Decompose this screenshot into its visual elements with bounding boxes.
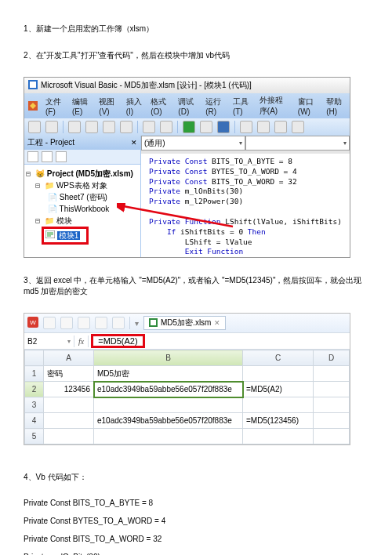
menu-help[interactable]: 帮助(H) (326, 95, 346, 117)
col-header-a[interactable]: A (44, 350, 94, 366)
col-header-d[interactable]: D (314, 350, 350, 366)
tb-icon[interactable] (28, 121, 41, 133)
vb-sys-icon[interactable] (28, 95, 38, 117)
table-row: 3 (25, 397, 350, 413)
tree-btn[interactable] (56, 151, 67, 162)
pane-close-icon[interactable]: ✕ (131, 139, 137, 147)
dropdown-icon[interactable]: ▾ (135, 319, 139, 328)
svg-line-7 (123, 206, 233, 227)
tb-icon[interactable] (45, 121, 58, 133)
tree-sheet[interactable]: Sheet7 (密码) (60, 193, 107, 201)
step-2-text: 2、在"开发工具"打开"查看代码"，然后在模块中增加 vb代码 (24, 50, 368, 61)
tb-stop-icon[interactable] (217, 121, 230, 133)
tree-btn[interactable] (42, 151, 53, 162)
tb-icon[interactable] (120, 121, 132, 133)
table-row: 1 密码 MD5加密 (25, 366, 350, 382)
tb-icon[interactable] (240, 121, 252, 133)
tb-icon[interactable] (43, 317, 56, 329)
table-row: 5 (25, 429, 350, 444)
step-3-text: 3、返回 excel 中，在单元格输入 "=MD5(A2)"，或者输入 "=MD… (24, 275, 368, 297)
vb-icon (28, 80, 38, 91)
proc-scope-dropdown[interactable]: (通用) (141, 136, 245, 151)
vbe-toolbar[interactable] (24, 118, 350, 136)
excel-window: W ▾ MD5加密.xlsm ✕ B2 fx =MD5(A2) A B C D … (24, 313, 350, 445)
menu-window[interactable]: 窗口(W) (298, 95, 318, 117)
tb-icon[interactable] (292, 121, 304, 133)
project-pane-title: 工程 - Project ✕ (24, 136, 140, 150)
tb-pause-icon[interactable] (200, 121, 212, 133)
menu-debug[interactable]: 调试(D) (178, 95, 198, 117)
wps-icon[interactable]: W (27, 317, 38, 329)
module-icon (45, 231, 57, 240)
step-1-text: 1、新建一个启用宏的工作簿（xlsm） (24, 24, 368, 34)
tb-icon[interactable] (112, 317, 125, 329)
svg-text:W: W (30, 319, 36, 326)
tb-icon[interactable] (78, 317, 90, 329)
tree-btn[interactable] (27, 151, 38, 162)
name-box[interactable]: B2 (24, 336, 74, 347)
tb-icon[interactable] (85, 121, 98, 133)
tb-icon[interactable] (160, 121, 172, 133)
code-line: Private Const BYTES_TO_A_WORD = 4 (24, 517, 368, 525)
active-cell[interactable]: e10adc3949ba59abbe56e057f20f883e (94, 382, 243, 397)
menu-view[interactable]: 视图(V) (99, 95, 118, 117)
spreadsheet-grid[interactable]: A B C D 1 密码 MD5加密 2 123456 e10adc3949ba… (24, 350, 350, 444)
vbe-window: Microsoft Visual Basic - MD5加密.xlsm [设计]… (24, 77, 350, 258)
tb-icon[interactable] (274, 121, 287, 133)
proc-name-dropdown[interactable] (245, 136, 350, 151)
highlighted-formula: =MD5(A2) (91, 334, 144, 348)
code-line: Private Const BITS_TO_A_WORD = 32 (24, 535, 368, 543)
sheet-icon (149, 318, 158, 328)
table-row: 4 e10adc3949ba59abbe56e057f20f883e =MD5(… (25, 413, 350, 429)
callout-arrow-icon (117, 203, 242, 234)
tree-folder-modules[interactable]: 模块 (56, 216, 72, 225)
vbe-menu-bar[interactable]: 文件(F) 编辑(E) 视图(V) 插入(I) 格式(O) 调试(D) 运行(R… (24, 93, 350, 118)
vbe-title-bar: Microsoft Visual Basic - MD5加密.xlsm [设计]… (24, 78, 350, 93)
formula-input[interactable]: =MD5(A2) (89, 333, 147, 349)
menu-tools[interactable]: 工具(T) (233, 95, 252, 117)
col-header-c[interactable]: C (243, 350, 314, 366)
menu-run[interactable]: 运行(R) (205, 95, 225, 117)
formula-bar[interactable]: B2 fx =MD5(A2) (24, 332, 350, 350)
menu-insert[interactable]: 插入(I) (126, 95, 143, 117)
code-line: Private Const BITS_TO_A_BYTE = 8 (24, 499, 368, 507)
menu-file[interactable]: 文件(F) (45, 95, 64, 117)
menu-edit[interactable]: 编辑(E) (72, 95, 91, 117)
tb-run-icon[interactable] (183, 121, 195, 133)
tab-close-icon[interactable]: ✕ (214, 319, 220, 327)
tree-folder-objects[interactable]: WPS表格 对象 (56, 181, 108, 190)
menu-addins[interactable]: 外接程序(A) (260, 95, 290, 117)
tree-thisworkbook[interactable]: ThisWorkbook (60, 205, 110, 213)
tb-icon[interactable] (143, 121, 155, 133)
highlighted-module[interactable]: 模块1 (42, 227, 89, 245)
code-listing: Private Const BITS_TO_A_BYTE = 8 Private… (24, 499, 368, 555)
fx-icon[interactable]: fx (74, 336, 89, 347)
excel-toolbar[interactable]: W ▾ MD5加密.xlsm ✕ (24, 314, 350, 332)
col-corner[interactable] (25, 350, 44, 366)
tree-module1[interactable]: 模块1 (57, 231, 81, 240)
tb-icon[interactable] (60, 317, 73, 329)
svg-rect-11 (151, 320, 156, 325)
tree-root[interactable]: Project (MD5加密.xlsm) (47, 169, 133, 178)
tb-icon[interactable] (95, 317, 107, 329)
table-row: 2 123456 e10adc3949ba59abbe56e057f20f883… (25, 382, 350, 397)
svg-rect-1 (30, 82, 36, 88)
tb-icon[interactable] (103, 121, 115, 133)
tb-icon[interactable] (68, 121, 81, 133)
workbook-tab-label: MD5加密.xlsm (161, 317, 211, 328)
col-header-b[interactable]: B (94, 350, 243, 366)
tb-icon[interactable] (257, 121, 270, 133)
menu-format[interactable]: 格式(O) (151, 95, 170, 117)
step-4-text: 4、Vb 代码如下： (24, 472, 368, 483)
vbe-title-text: Microsoft Visual Basic - MD5加密.xlsm [设计]… (41, 80, 252, 91)
workbook-tab[interactable]: MD5加密.xlsm ✕ (143, 316, 226, 330)
